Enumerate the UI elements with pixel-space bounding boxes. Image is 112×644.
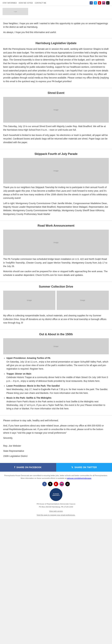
footer: Pennsylvania House Democrats are committ… xyxy=(0,472,112,519)
collection-para1: My office is collecting nonperishable fo… xyxy=(3,314,109,324)
collection-images: Image Image xyxy=(3,291,109,312)
collection-title: Summer Collection Drive xyxy=(3,285,109,288)
footer-address: PA House of Representatives Democratic C… xyxy=(3,502,109,508)
sig-title: State Representative xyxy=(3,449,109,453)
outabout-item-3-label: Lower Providence: Movie in the Park: The… xyxy=(6,384,60,387)
roadwork-para2: Motorists should use caution and be prep… xyxy=(3,270,109,277)
footer-disclaimer-text: Pennsylvania House Democrats are committ… xyxy=(4,474,108,479)
nav-stay-informed[interactable]: STAY INFORMED xyxy=(2,2,17,4)
footer-links: View web version xyxy=(3,510,109,513)
nav-twitter-icon[interactable]: 𝕏 xyxy=(94,1,97,4)
sig-district: 150th Legislative District xyxy=(3,454,109,458)
outabout-item-3: Lower Providence: Movie in the Park: The… xyxy=(6,384,109,395)
roadwork-title: Road Work Announcement xyxy=(3,224,109,228)
footer-social-row: f 𝕏 ▶ 📷 @ xyxy=(3,482,109,486)
skippack-image: Image xyxy=(3,158,109,184)
collection-image-1: Image xyxy=(3,291,55,310)
share-twitter-label: SHARE ON TWITTER xyxy=(74,466,97,468)
top-nav: STAY INFORMED HOW WE VOTED CONTACT ME f … xyxy=(0,0,112,6)
outabout-title: Out & About in the 150th xyxy=(3,333,109,336)
outabout-item-1: Upper Providence: Amazing Turtles of PA … xyxy=(6,356,109,371)
shred-para1: This Saturday, July 13 is our annual Shr… xyxy=(3,124,109,132)
skippack-para2: Left to right: Montgomery County Commiss… xyxy=(3,202,109,216)
closing-para2: And, if you have questions about any sta… xyxy=(3,424,109,434)
section-outabout: Out & About in the 150th Image Upper Pro… xyxy=(0,330,112,415)
greeting-para2: As always, I hope you find this informat… xyxy=(3,30,109,34)
roadwork-para1: The PA Turnpike commission has scheduled… xyxy=(3,257,109,268)
footer-twitter-icon[interactable]: 𝕏 xyxy=(48,482,52,486)
pa-house-logo: PA HOUSE DEMOCRATS xyxy=(50,488,62,501)
outabout-item-1-text: On Saturday, July 13 at 11 a.m., enjoy a… xyxy=(6,360,108,370)
pa-house-logo-text: PA HOUSE DEMOCRATS xyxy=(50,493,62,496)
email-container: STAY INFORMED HOW WE VOTED CONTACT ME f … xyxy=(0,0,112,519)
closing-para3: Sincerely, xyxy=(3,436,109,440)
harrisburg-body: Both the Pennsylvania House and Senate a… xyxy=(3,47,109,83)
header-logo: Logo xyxy=(2,8,28,15)
nav-instagram-icon[interactable]: 📷 xyxy=(102,1,105,4)
share-row: f SHARE ON FACEBOOK 𝕏 SHARE ON TWITTER xyxy=(0,463,112,472)
skippack-para1: Thank you to our neighbors has Skippack … xyxy=(3,186,109,200)
outabout-item-2-text: Celebrate Historic Trappe at a community… xyxy=(6,376,108,382)
facebook-icon: f xyxy=(14,466,15,469)
section-shred: Shred Event Image This Saturday, July 13… xyxy=(0,88,112,149)
nav-contact[interactable]: CONTACT ME xyxy=(35,2,46,4)
section-collection: Summer Collection Drive Image Image My o… xyxy=(0,282,112,330)
outabout-item-4-text: Anderson Farm Park's Music in the Park s… xyxy=(6,400,105,410)
nav-links: STAY INFORMED HOW WE VOTED CONTACT ME xyxy=(2,2,46,4)
share-facebook-button[interactable]: f SHARE ON FACEBOOK xyxy=(0,463,56,472)
share-twitter-button[interactable]: 𝕏 SHARE ON TWITTER xyxy=(56,463,112,472)
nav-youtube-icon[interactable]: ▶ xyxy=(98,1,101,4)
share-facebook-label: SHARE ON FACEBOOK xyxy=(16,466,42,468)
outabout-image: Image xyxy=(3,338,109,354)
footer-threads-icon[interactable]: @ xyxy=(65,482,70,486)
footer-manage-prefs-link[interactable]: Visit this page to manage your email pre… xyxy=(37,514,75,516)
footer-facebook-icon[interactable]: f xyxy=(42,482,47,486)
outabout-item-3-text: Next Wednesday, July 17, head to Eaglevi… xyxy=(6,388,108,394)
footer-instagram-icon[interactable]: 📷 xyxy=(60,482,64,486)
roadwork-image: Image xyxy=(3,230,109,255)
nav-how-voted[interactable]: HOW WE VOTED xyxy=(19,2,33,4)
skippack-title: Skippack Fourth of July Parade xyxy=(3,152,109,156)
sig-name: Rep. Joe Webster xyxy=(3,444,109,448)
outabout-item-2-label: Trappe: Dinner on Main xyxy=(6,372,31,375)
footer-youtube-icon[interactable]: ▶ xyxy=(54,482,58,486)
greeting-para1: Dear Neighbor, I hope you are well! I wa… xyxy=(3,22,109,29)
shred-image: Image xyxy=(3,97,109,122)
section-roadwork: Road Work Announcement Image The PA Turn… xyxy=(0,221,112,282)
logo-area: Logo xyxy=(0,6,112,19)
footer-disclaimer-link[interactable]: pahouse.com/deliveringforgpas xyxy=(67,477,91,479)
outabout-item-4: Music in the Park: Swiftie & The Midnigh… xyxy=(6,396,109,410)
footer-address-text: PA House of Representatives Democratic C… xyxy=(37,503,75,508)
collection-image-2: Image xyxy=(57,291,109,310)
section-harrisburg: Harrisburg Legislative Update Both the P… xyxy=(0,38,112,88)
twitter-icon: 𝕏 xyxy=(71,466,73,468)
footer-manage-prefs: Visit this page to manage your email pre… xyxy=(3,514,109,516)
harrisburg-title: Harrisburg Legislative Update xyxy=(3,42,109,45)
outabout-list: Upper Providence: Amazing Turtles of PA … xyxy=(3,356,109,410)
shred-para2: Each household is limited to two boxes o… xyxy=(3,133,109,144)
shred-title: Shred Event xyxy=(3,91,109,95)
outabout-item-1-label: Upper Providence: Amazing Turtles of PA xyxy=(6,357,50,359)
greeting-section: Dear Neighbor, I hope you are well! I wa… xyxy=(0,19,112,38)
outabout-item-4-label: Music in the Park: Swiftie & The Midnigh… xyxy=(6,396,52,399)
footer-disclaimer: Pennsylvania House Democrats are committ… xyxy=(3,474,109,480)
section-skippack: Skippack Fourth of July Parade Image Tha… xyxy=(0,149,112,221)
nav-threads-icon[interactable]: @ xyxy=(106,1,110,4)
footer-web-link[interactable]: View web version xyxy=(49,510,63,512)
closing-para1: Please continue to stay safe, healthy an… xyxy=(3,419,109,422)
nav-facebook-icon[interactable]: f xyxy=(90,1,93,4)
outabout-item-2: Trappe: Dinner on Main Celebrate Histori… xyxy=(6,372,109,383)
nav-social-icons: f 𝕏 ▶ 📷 @ xyxy=(90,1,110,4)
closing-section: Please continue to stay safe, healthy an… xyxy=(0,416,112,463)
